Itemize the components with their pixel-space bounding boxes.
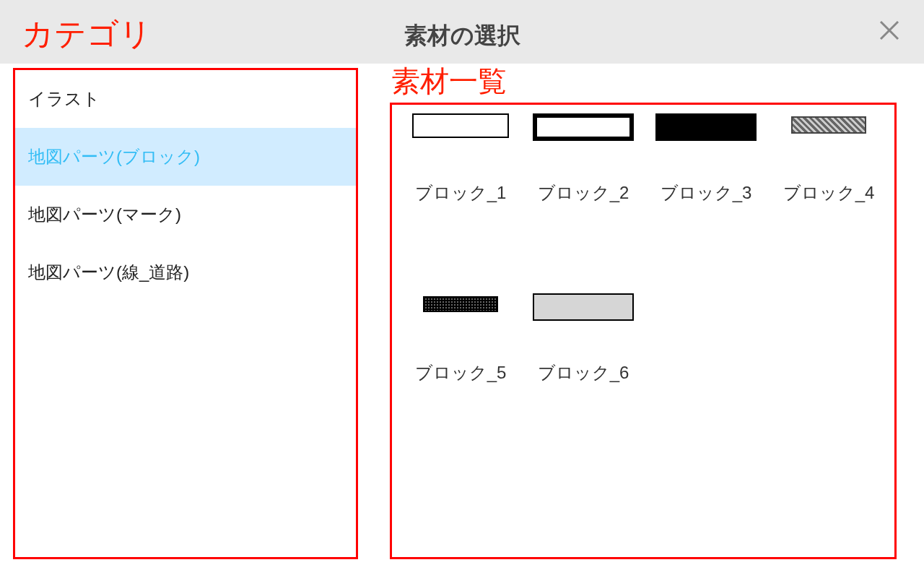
close-button[interactable]	[875, 16, 904, 45]
category-annotation-label: カテゴリ	[22, 13, 152, 56]
material-thumb	[522, 109, 645, 181]
material-label: ブロック_1	[415, 181, 507, 204]
material-item-block-2[interactable]: ブロック_2	[522, 109, 645, 279]
block-dotted-dark-icon	[423, 296, 498, 312]
block-outline-thin-icon	[412, 113, 509, 138]
material-label: ブロック_5	[415, 361, 507, 384]
material-label: ブロック_6	[538, 361, 629, 384]
material-label: ブロック_4	[783, 181, 875, 204]
block-hatched-icon	[791, 116, 866, 134]
modal-title: 素材の選択	[404, 20, 520, 52]
material-label: ブロック_2	[538, 181, 629, 204]
category-item-illustration[interactable]: イラスト	[15, 70, 356, 128]
material-item-block-6[interactable]: ブロック_6	[522, 279, 645, 449]
material-thumb	[522, 289, 645, 361]
material-list-panel: ブロック_1 ブロック_2 ブロック_3 ブロック_4 ブロック_5	[390, 103, 897, 559]
material-item-block-3[interactable]: ブロック_3	[645, 109, 767, 279]
block-solid-grey-icon	[533, 293, 634, 321]
close-icon	[878, 19, 901, 42]
material-item-block-1[interactable]: ブロック_1	[399, 109, 522, 279]
block-outline-thick-icon	[533, 113, 634, 141]
category-item-map-line-road[interactable]: 地図パーツ(線_道路)	[15, 243, 356, 301]
material-list-annotation-label: 素材一覧	[391, 61, 507, 101]
material-label: ブロック_3	[661, 181, 752, 204]
category-item-map-mark[interactable]: 地図パーツ(マーク)	[15, 186, 356, 243]
material-item-block-4[interactable]: ブロック_4	[767, 109, 890, 279]
block-solid-black-icon	[655, 113, 757, 141]
material-grid: ブロック_1 ブロック_2 ブロック_3 ブロック_4 ブロック_5	[399, 109, 890, 449]
category-item-map-block[interactable]: 地図パーツ(ブロック)	[15, 128, 356, 186]
material-thumb	[767, 109, 890, 181]
category-panel: イラスト 地図パーツ(ブロック) 地図パーツ(マーク) 地図パーツ(線_道路)	[13, 68, 358, 559]
material-thumb	[399, 289, 522, 361]
material-thumb	[645, 109, 767, 181]
material-thumb	[399, 109, 522, 181]
material-item-block-5[interactable]: ブロック_5	[399, 279, 522, 449]
